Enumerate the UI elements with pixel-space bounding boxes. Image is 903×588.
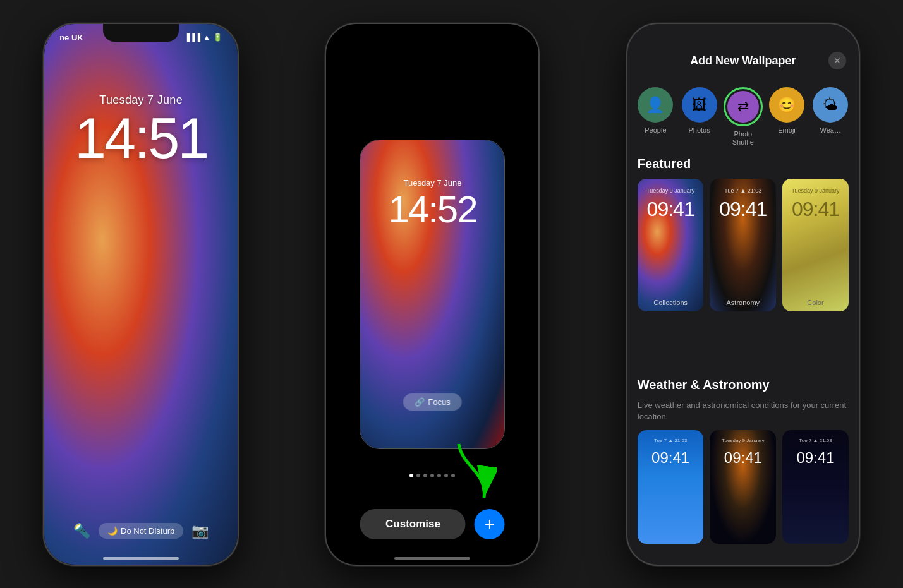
page-dots — [409, 474, 455, 477]
collections-label: Collections — [638, 299, 704, 306]
wcard1-date: Tue 7 ▲ 21:53 — [638, 438, 704, 443]
panel-title-row: Add New Wallpaper ✕ — [627, 54, 859, 68]
color-time: 09:41 — [782, 198, 849, 221]
dot-5 — [437, 474, 441, 477]
link-icon: 🔗 — [415, 397, 425, 407]
dot-3 — [423, 474, 427, 477]
dot-4 — [430, 474, 434, 477]
wcard3-date: Tue 7 ▲ 21:53 — [782, 438, 849, 443]
people-label: People — [645, 126, 666, 135]
battery-icon: 🔋 — [213, 33, 222, 42]
side-strip-bg — [504, 231, 505, 357]
astronomy-label: Astronomy — [710, 299, 776, 306]
weather-label: Wea… — [820, 126, 841, 135]
focus-label: Focus — [428, 397, 450, 407]
dot-1 — [409, 474, 413, 477]
photo-shuffle-icon: ⇄ — [727, 91, 759, 123]
phone2-bottom-bar: Customise + — [360, 509, 505, 539]
weather-grid: Tue 7 ▲ 21:53 09:41 Tuesday 9 January 09… — [638, 430, 849, 544]
side-strip — [504, 231, 505, 357]
color-date: Tuesday 9 January — [782, 188, 849, 194]
collections-time: 09:41 — [638, 198, 704, 221]
add-wallpaper-button[interactable]: + — [475, 509, 505, 539]
wp-type-people[interactable]: 👤 People — [634, 87, 677, 147]
dot-6 — [444, 474, 448, 477]
close-button[interactable]: ✕ — [828, 52, 846, 69]
moon-icon: 🌙 — [107, 526, 118, 536]
phone1-screen: ne UK ▐▐▐ ▲ 🔋 Tuesday 7 June 14:51 🔦 🌙 D… — [44, 24, 238, 565]
status-icons: ▐▐▐ ▲ 🔋 — [185, 33, 222, 42]
photos-label: Photos — [688, 126, 710, 135]
photos-icon: 🖼 — [682, 87, 717, 123]
featured-card-collections[interactable]: Tuesday 9 January 09:41 Collections — [638, 179, 704, 311]
weather-icon: 🌤 — [813, 87, 848, 123]
phone1-date: Tuesday 7 June — [44, 93, 238, 107]
phone1-frame: ne UK ▐▐▐ ▲ 🔋 Tuesday 7 June 14:51 🔦 🌙 D… — [43, 23, 239, 566]
signal-icon: ▐▐▐ — [185, 33, 201, 42]
flashlight-icon: 🔦 — [73, 523, 90, 539]
featured-grid: Tuesday 9 January 09:41 Collections Tue … — [638, 179, 849, 311]
wp-types-row: 👤 People 🖼 Photos ⇄ PhotoShuffle 😊 — [627, 87, 859, 147]
featured-title: Featured — [638, 157, 849, 171]
wifi-icon: ▲ — [203, 33, 210, 42]
wcard2-date: Tuesday 9 January — [710, 438, 776, 443]
wp-type-photos[interactable]: 🖼 Photos — [677, 87, 721, 147]
dot-2 — [416, 474, 420, 477]
weather-title: Weather & Astronomy — [638, 378, 849, 392]
dnd-label: Do Not Disturb — [121, 526, 174, 536]
featured-card-color[interactable]: Tuesday 9 January 09:41 Color — [782, 179, 849, 311]
weather-description: Live weather and astronomical conditions… — [638, 400, 849, 423]
dnd-pill: 🌙 Do Not Disturb — [99, 523, 183, 539]
phone2-date: Tuesday 7 June — [360, 178, 504, 188]
wcard2-time: 09:41 — [710, 449, 776, 467]
weather-card-1[interactable]: Tue 7 ▲ 21:53 09:41 — [638, 430, 704, 544]
phone3-frame: Add New Wallpaper ✕ 👤 People 🖼 Photos ⇄ — [626, 23, 860, 566]
wp-type-weather[interactable]: 🌤 Wea… — [809, 87, 852, 147]
featured-section: Featured Tuesday 9 January 09:41 Collect… — [627, 157, 859, 311]
camera-icon: 📷 — [191, 523, 209, 539]
astronomy-date: Tue 7 ▲ 21:03 — [710, 188, 776, 194]
emoji-label: Emoji — [778, 126, 796, 135]
astronomy-time: 09:41 — [710, 198, 776, 221]
phone1-status-bar: ne UK ▐▐▐ ▲ 🔋 — [44, 33, 238, 42]
weather-section: Weather & Astronomy Live weather and ast… — [627, 378, 859, 544]
phone1-time: 14:51 — [44, 106, 238, 171]
emoji-icon: 😊 — [769, 87, 804, 123]
focus-pill: 🔗 Focus — [403, 393, 461, 411]
wcard1-time: 09:41 — [638, 449, 704, 467]
featured-card-astronomy[interactable]: Tue 7 ▲ 21:03 09:41 Astronomy — [710, 179, 776, 311]
panel-title: Add New Wallpaper — [690, 54, 796, 68]
phone2-home-indicator — [394, 557, 470, 560]
phone2-time: 14:52 — [360, 188, 504, 231]
green-arrow — [452, 441, 497, 507]
carrier-label: ne UK — [59, 33, 83, 42]
color-label: Color — [782, 299, 849, 306]
weather-card-2[interactable]: Tuesday 9 January 09:41 — [710, 430, 776, 544]
phone1-home-indicator — [103, 557, 179, 560]
collections-date: Tuesday 9 January — [638, 188, 704, 194]
photo-shuffle-highlight: ⇄ — [724, 87, 763, 126]
weather-card-3[interactable]: Tue 7 ▲ 21:53 09:41 — [782, 430, 849, 544]
wcard3-time: 09:41 — [782, 449, 849, 467]
wp-type-photo-shuffle[interactable]: ⇄ PhotoShuffle — [721, 87, 765, 147]
phone2-frame: Tuesday 7 June 14:52 🔗 Focus Customise + — [325, 23, 540, 566]
customise-button[interactable]: Customise — [360, 509, 466, 539]
photo-shuffle-label: PhotoShuffle — [732, 130, 754, 147]
wp-type-emoji[interactable]: 😊 Emoji — [765, 87, 808, 147]
phone2-screen: Tuesday 7 June 14:52 🔗 Focus — [360, 140, 505, 449]
phone1-bottom-bar: 🔦 🌙 Do Not Disturb 📷 — [44, 523, 238, 539]
people-icon: 👤 — [638, 87, 673, 123]
